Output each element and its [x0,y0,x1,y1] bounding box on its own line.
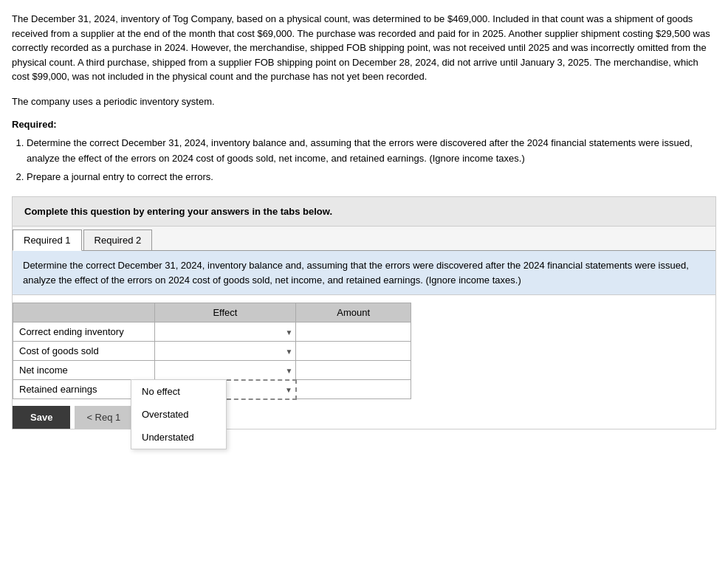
prev-required-button[interactable]: < Req 1 [75,406,132,429]
amount-cell-inventory[interactable] [296,322,411,342]
save-button[interactable]: Save [13,406,70,429]
dropdown-option-overstated[interactable]: Overstated [131,403,226,426]
row-label-inventory: Correct ending inventory [13,322,155,342]
requirement-2-item: Prepare a journal entry to correct the e… [27,170,716,185]
tab-content-description: Determine the correct December 31, 2024,… [13,251,715,295]
effect-dropdown-popup[interactable]: No effect Overstated Understated [131,379,227,449]
amount-cell-netincome[interactable] [296,361,411,380]
tabs-header: Required 1 Required 2 [13,227,715,251]
dropdown-arrow-netincome: ▼ [285,366,292,374]
dropdown-option-noeffect[interactable]: No effect [131,380,226,403]
problem-paragraph2: The company uses a periodic inventory sy… [12,94,716,109]
amount-cell-cogs[interactable] [296,342,411,361]
col-header-effect: Effect [154,303,296,322]
row-label-cogs: Cost of goods sold [13,342,155,361]
col-header-label [13,303,155,322]
tab-required1[interactable]: Required 1 [13,229,82,251]
table-row: Net income ▼ [13,361,411,380]
dropdown-arrow-inventory: ▼ [285,328,292,336]
effect-cell-inventory[interactable]: ▼ [154,322,296,342]
dropdown-arrow-cogs: ▼ [285,347,292,355]
problem-paragraph1: The December 31, 2024, inventory of Tog … [12,12,716,84]
row-label-netincome: Net income [13,361,155,380]
dropdown-option-understated[interactable]: Understated [131,426,226,449]
amount-cell-retained[interactable] [296,380,411,399]
col-header-amount: Amount [296,303,411,322]
bottom-buttons-row: Save < Req 1 Required 2 > [13,406,715,429]
required-heading: Required: [12,119,716,130]
complete-instruction-box: Complete this question by entering your … [12,196,716,227]
effect-cell-cogs[interactable]: ▼ [154,342,296,361]
table-section: Effect Amount Correct ending inventory ▼… [13,295,715,429]
table-row: Correct ending inventory ▼ [13,322,411,342]
tab-required2[interactable]: Required 2 [83,229,153,250]
effect-cell-netincome[interactable]: ▼ [154,361,296,380]
dropdown-arrow-retained: ▼ [285,385,292,393]
requirement-1-item: Determine the correct December 31, 2024,… [27,136,716,167]
table-row: Cost of goods sold ▼ [13,342,411,361]
